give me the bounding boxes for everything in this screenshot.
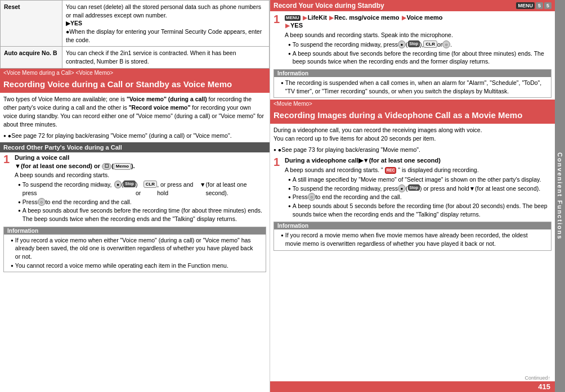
arrow3: ▶	[402, 14, 406, 21]
step1-left: 1 During a voice call ▼(for at least one…	[0, 152, 270, 224]
rec-icon: REC	[385, 167, 397, 174]
step1-movie-bullet4: A beep sounds about 5 seconds before the…	[285, 202, 551, 219]
info-table: Reset You can reset (delete) all the sto…	[0, 0, 270, 69]
step1-right-desc: A beep sounds and recording starts. Spea…	[285, 30, 551, 40]
mail-button: ☐	[102, 163, 111, 170]
continued-label: Continued↑	[270, 375, 555, 381]
standby-header-bar: Record Your Voice during Standby MENU 5 …	[270, 0, 555, 11]
step1-desc: A beep sounds and recording starts.	[15, 170, 266, 181]
step1-movie-bullet2: To suspend the recording midway, press ●…	[285, 184, 551, 193]
step1-movie: 1 During a videophone call▶▼(for at leas…	[270, 154, 555, 220]
step-number-1-movie: 1	[273, 156, 282, 168]
step1-bullet3: A beep sounds about five seconds before …	[15, 206, 266, 223]
step1-movie-desc: A beep sounds and recording starts. " RE…	[285, 165, 551, 175]
step1-bullet2: Press ○ to end the recording and the cal…	[15, 198, 266, 207]
step1-bullet1: To suspend the recording midway, press ●…	[15, 181, 266, 197]
info-box-left: Information If you record a voice memo w…	[3, 227, 266, 273]
down-arrow-m: ▼	[469, 184, 475, 193]
see-page-72: ●See page 72 for playing back/erasing "V…	[0, 132, 270, 141]
end-btn-r1: ○	[442, 40, 450, 48]
step1-right-bullet1: To suspend the recording midway, press ●…	[285, 40, 551, 49]
page-number: 415	[270, 381, 555, 392]
table-row-reset: Reset You can reset (delete) all the sto…	[1, 1, 270, 47]
breadcrumb-movie-memo: <Movie Memo>	[270, 100, 555, 108]
table-cell-auto-header: Auto acquire No. B	[1, 47, 62, 68]
stop-icon: Stop	[123, 181, 136, 187]
step1-right: 1 MENU ▶LifeKit ▶Rec. msg/voice memo ▶Vo…	[270, 11, 555, 67]
right-panel: Record Your Voice during Standby MENU 5 …	[270, 0, 565, 392]
info-right1-item1: The recording is suspended when a call c…	[277, 79, 548, 96]
info-left-item1: If you record a voice memo when either "…	[7, 236, 262, 262]
table-cell-reset-content: You can reset (delete) all the stored pe…	[62, 1, 270, 47]
menu-55-badge: MENU 5 5	[516, 2, 551, 9]
step-action-1-movie: During a videophone call▶▼(for at least …	[285, 156, 551, 164]
body-text-movie: During a videophone call, you can record…	[270, 124, 555, 145]
table-cell-reset-header: Reset	[1, 1, 62, 47]
num5-1: 5	[536, 2, 543, 9]
step-content-1-movie: During a videophone call▶▼(for at least …	[285, 156, 551, 219]
circle-btn-m1: ●	[398, 184, 406, 192]
stop-icon-r1: Stop	[408, 40, 420, 47]
step-action-1-left: During a voice call ▼(for at least one s…	[15, 154, 266, 170]
info-box-right2-content: If you record a movie memo when five mov…	[274, 229, 551, 250]
menu-label: MENU	[516, 2, 535, 9]
info-left-item2: You cannot record a voice memo while ope…	[7, 262, 262, 271]
num5-2: 5	[544, 2, 551, 9]
table-row-auto: Auto acquire No. B You can check if the …	[1, 47, 270, 68]
info-box-right1-content: The recording is suspended when a call c…	[274, 77, 551, 97]
left-panel: Reset You can reset (delete) all the sto…	[0, 0, 270, 392]
step-number-1-right: 1	[273, 13, 282, 25]
stop-icon-m1: Stop	[408, 184, 420, 191]
arrow2: ▶	[329, 14, 334, 21]
info-right2-item1: If you record a movie memo when five mov…	[277, 231, 548, 248]
info-box-right1-header: Information	[274, 70, 551, 77]
info-box-right2: Information If you record a movie memo w…	[273, 222, 551, 250]
end-btn: ○	[38, 198, 46, 206]
step1-movie-bullet3: Press ○ to end the recording and the cal…	[285, 193, 551, 202]
down-arrow-hold: ▼	[200, 181, 205, 189]
down-arrow-icon: ▼	[15, 163, 21, 169]
info-box-right1: Information The recording is suspended w…	[273, 69, 551, 98]
menu-icon-right: MENU	[285, 15, 301, 21]
step-content-1-left: During a voice call ▼(for at least one s…	[15, 154, 266, 223]
page-footer: Continued↑ 415	[270, 375, 555, 392]
step-number-1-left: 1	[3, 154, 12, 165]
clr-key: CLR	[144, 181, 157, 188]
circle-stop-btn: ●	[114, 181, 121, 188]
circle-btn-r1: ●	[398, 40, 406, 48]
breadcrumb-voice-memo: <Voice Memo during a Call> <Voice Memo>	[0, 69, 270, 77]
arrow4: ▶	[285, 22, 290, 29]
clr-key-r1: CLR	[423, 40, 437, 48]
info-box-left-content: If you record a voice memo when either "…	[4, 235, 266, 272]
step-content-1-right: MENU ▶LifeKit ▶Rec. msg/voice memo ▶Voic…	[285, 13, 551, 66]
side-label: Convenient Functions	[555, 0, 565, 392]
memo-button: Memo	[114, 163, 131, 170]
table-cell-auto-content: You can check if the 2in1 service is con…	[62, 47, 270, 68]
see-page-73: ●See page 73 for playing back/erasing "M…	[270, 146, 555, 155]
section-title-recording: Recording Voice during a Call or Standby…	[0, 77, 270, 93]
right-inner: Record Your Voice during Standby MENU 5 …	[270, 0, 565, 392]
arrow1: ▶	[303, 14, 307, 21]
down-key-movie: ▼	[363, 157, 369, 164]
step-action-1-right: MENU ▶LifeKit ▶Rec. msg/voice memo ▶Voic…	[285, 13, 551, 30]
step1-movie-bullet1: A still image specified by "Movie memo" …	[285, 175, 551, 184]
right-content: Record Your Voice during Standby MENU 5 …	[270, 0, 555, 392]
info-box-left-header: Information	[4, 227, 266, 235]
info-box-right2-header: Information	[274, 222, 551, 229]
subsection-record-other: Record Other Party's Voice during a Call	[0, 142, 270, 152]
standby-title: Record Your Voice during Standby	[273, 2, 516, 10]
section-title-movie: Recording Images during a Videophone Cal…	[270, 108, 555, 124]
body-text-intro: Two types of Voice Memo are available; o…	[0, 93, 270, 132]
step1-right-bullet2: A beep sounds about five seconds before …	[285, 49, 551, 66]
end-btn-m: ○	[308, 193, 316, 201]
